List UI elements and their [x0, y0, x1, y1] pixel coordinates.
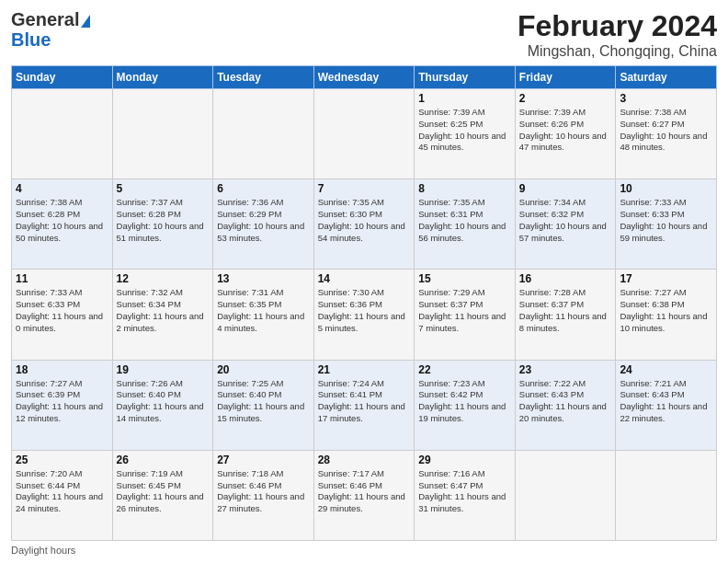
- day-number: 28: [318, 454, 411, 466]
- calendar-cell: 20Sunrise: 7:25 AMSunset: 6:40 PMDayligh…: [213, 360, 314, 450]
- day-number: 16: [519, 272, 612, 285]
- day-info: Sunrise: 7:27 AMSunset: 6:39 PMDaylight:…: [16, 378, 108, 425]
- day-number: 12: [117, 272, 210, 285]
- day-number: 26: [117, 454, 210, 466]
- day-number: 21: [318, 363, 411, 376]
- calendar-cell: 21Sunrise: 7:24 AMSunset: 6:41 PMDayligh…: [313, 360, 415, 450]
- calendar-cell: 1Sunrise: 7:39 AMSunset: 6:25 PMDaylight…: [415, 89, 516, 179]
- calendar-cell: 7Sunrise: 7:35 AMSunset: 6:30 PMDaylight…: [313, 179, 415, 270]
- col-header-friday: Friday: [515, 66, 616, 89]
- calendar-cell: [112, 89, 213, 179]
- logo: General Blue: [11, 9, 90, 50]
- calendar-cell: 27Sunrise: 7:18 AMSunset: 6:46 PMDayligh…: [213, 450, 314, 540]
- day-info: Sunrise: 7:24 AMSunset: 6:41 PMDaylight:…: [318, 378, 411, 425]
- day-info: Sunrise: 7:22 AMSunset: 6:43 PMDaylight:…: [519, 378, 612, 425]
- day-info: Sunrise: 7:30 AMSunset: 6:36 PMDaylight:…: [318, 287, 411, 334]
- day-number: 19: [117, 363, 210, 376]
- header: General Blue February 2024 Mingshan, Cho…: [11, 9, 717, 60]
- calendar-cell: 11Sunrise: 7:33 AMSunset: 6:33 PMDayligh…: [12, 270, 113, 360]
- day-number: 27: [217, 454, 310, 466]
- calendar-cell: [616, 450, 717, 540]
- day-info: Sunrise: 7:16 AMSunset: 6:47 PMDaylight:…: [418, 468, 511, 515]
- calendar-cell: 15Sunrise: 7:29 AMSunset: 6:37 PMDayligh…: [415, 270, 516, 360]
- day-number: 22: [418, 363, 511, 376]
- calendar-cell: 12Sunrise: 7:32 AMSunset: 6:34 PMDayligh…: [112, 270, 213, 360]
- calendar-cell: [12, 89, 113, 179]
- calendar-cell: 10Sunrise: 7:33 AMSunset: 6:33 PMDayligh…: [616, 179, 717, 270]
- col-header-thursday: Thursday: [415, 66, 516, 89]
- calendar-cell: 13Sunrise: 7:31 AMSunset: 6:35 PMDayligh…: [213, 270, 314, 360]
- logo-triangle-icon: [81, 15, 90, 28]
- day-info: Sunrise: 7:29 AMSunset: 6:37 PMDaylight:…: [418, 287, 511, 334]
- calendar-header: SundayMondayTuesdayWednesdayThursdayFrid…: [12, 66, 717, 89]
- col-header-wednesday: Wednesday: [313, 66, 415, 89]
- calendar-body: 1Sunrise: 7:39 AMSunset: 6:25 PMDaylight…: [12, 89, 717, 541]
- day-info: Sunrise: 7:23 AMSunset: 6:42 PMDaylight:…: [418, 378, 511, 425]
- day-number: 24: [620, 363, 712, 376]
- day-number: 17: [620, 272, 712, 285]
- week-row-0: 1Sunrise: 7:39 AMSunset: 6:25 PMDaylight…: [12, 89, 717, 179]
- day-info: Sunrise: 7:34 AMSunset: 6:32 PMDaylight:…: [519, 197, 612, 244]
- calendar-cell: 19Sunrise: 7:26 AMSunset: 6:40 PMDayligh…: [112, 360, 213, 450]
- col-header-monday: Monday: [112, 66, 213, 89]
- col-header-tuesday: Tuesday: [213, 66, 314, 89]
- calendar-cell: 23Sunrise: 7:22 AMSunset: 6:43 PMDayligh…: [515, 360, 616, 450]
- day-number: 29: [418, 454, 511, 466]
- day-number: 14: [318, 272, 411, 285]
- page: General Blue February 2024 Mingshan, Cho…: [0, 0, 728, 563]
- week-row-2: 11Sunrise: 7:33 AMSunset: 6:33 PMDayligh…: [12, 270, 717, 360]
- day-number: 3: [620, 92, 712, 105]
- calendar-cell: [313, 89, 415, 179]
- day-info: Sunrise: 7:18 AMSunset: 6:46 PMDaylight:…: [217, 468, 310, 515]
- calendar-cell: 22Sunrise: 7:23 AMSunset: 6:42 PMDayligh…: [415, 360, 516, 450]
- calendar-cell: 6Sunrise: 7:36 AMSunset: 6:29 PMDaylight…: [213, 179, 314, 270]
- subtitle: Mingshan, Chongqing, China: [518, 43, 717, 60]
- day-number: 18: [16, 363, 108, 376]
- calendar-cell: 4Sunrise: 7:38 AMSunset: 6:28 PMDaylight…: [12, 179, 113, 270]
- day-number: 2: [519, 92, 612, 105]
- col-header-sunday: Sunday: [12, 66, 113, 89]
- day-info: Sunrise: 7:38 AMSunset: 6:28 PMDaylight:…: [16, 197, 108, 244]
- day-number: 10: [620, 182, 712, 195]
- day-number: 7: [318, 182, 411, 195]
- day-info: Sunrise: 7:35 AMSunset: 6:31 PMDaylight:…: [418, 197, 511, 244]
- day-info: Sunrise: 7:19 AMSunset: 6:45 PMDaylight:…: [117, 468, 210, 515]
- week-row-3: 18Sunrise: 7:27 AMSunset: 6:39 PMDayligh…: [12, 360, 717, 450]
- footer-note: Daylight hours: [11, 545, 717, 556]
- day-number: 9: [519, 182, 612, 195]
- logo-blue: Blue: [11, 29, 90, 50]
- day-info: Sunrise: 7:39 AMSunset: 6:26 PMDaylight:…: [519, 107, 612, 154]
- title-block: February 2024 Mingshan, Chongqing, China: [518, 9, 717, 60]
- day-info: Sunrise: 7:17 AMSunset: 6:46 PMDaylight:…: [318, 468, 411, 515]
- calendar-cell: 24Sunrise: 7:21 AMSunset: 6:43 PMDayligh…: [616, 360, 717, 450]
- col-header-saturday: Saturday: [616, 66, 717, 89]
- day-number: 23: [519, 363, 612, 376]
- calendar-cell: 8Sunrise: 7:35 AMSunset: 6:31 PMDaylight…: [415, 179, 516, 270]
- day-info: Sunrise: 7:27 AMSunset: 6:38 PMDaylight:…: [620, 287, 712, 334]
- calendar-cell: 3Sunrise: 7:38 AMSunset: 6:27 PMDaylight…: [616, 89, 717, 179]
- day-info: Sunrise: 7:33 AMSunset: 6:33 PMDaylight:…: [16, 287, 108, 334]
- day-number: 8: [418, 182, 511, 195]
- calendar-cell: 18Sunrise: 7:27 AMSunset: 6:39 PMDayligh…: [12, 360, 113, 450]
- calendar-cell: 5Sunrise: 7:37 AMSunset: 6:28 PMDaylight…: [112, 179, 213, 270]
- calendar-cell: 29Sunrise: 7:16 AMSunset: 6:47 PMDayligh…: [415, 450, 516, 540]
- day-info: Sunrise: 7:37 AMSunset: 6:28 PMDaylight:…: [117, 197, 210, 244]
- day-info: Sunrise: 7:32 AMSunset: 6:34 PMDaylight:…: [117, 287, 210, 334]
- week-row-1: 4Sunrise: 7:38 AMSunset: 6:28 PMDaylight…: [12, 179, 717, 270]
- calendar-cell: 2Sunrise: 7:39 AMSunset: 6:26 PMDaylight…: [515, 89, 616, 179]
- calendar-cell: [515, 450, 616, 540]
- day-info: Sunrise: 7:33 AMSunset: 6:33 PMDaylight:…: [620, 197, 712, 244]
- day-number: 4: [16, 182, 108, 195]
- week-row-4: 25Sunrise: 7:20 AMSunset: 6:44 PMDayligh…: [12, 450, 717, 540]
- main-title: February 2024: [518, 9, 717, 43]
- day-info: Sunrise: 7:20 AMSunset: 6:44 PMDaylight:…: [16, 468, 108, 515]
- calendar-cell: 14Sunrise: 7:30 AMSunset: 6:36 PMDayligh…: [313, 270, 415, 360]
- day-info: Sunrise: 7:25 AMSunset: 6:40 PMDaylight:…: [217, 378, 310, 425]
- day-info: Sunrise: 7:31 AMSunset: 6:35 PMDaylight:…: [217, 287, 310, 334]
- logo-general: General: [11, 9, 90, 29]
- day-info: Sunrise: 7:26 AMSunset: 6:40 PMDaylight:…: [117, 378, 210, 425]
- day-number: 15: [418, 272, 511, 285]
- day-info: Sunrise: 7:39 AMSunset: 6:25 PMDaylight:…: [418, 107, 511, 154]
- day-info: Sunrise: 7:21 AMSunset: 6:43 PMDaylight:…: [620, 378, 712, 425]
- day-number: 5: [117, 182, 210, 195]
